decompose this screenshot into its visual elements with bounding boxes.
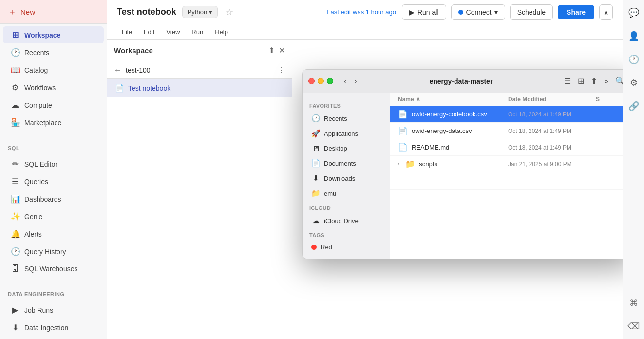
fp-folder-icon: 📁 [405,159,415,169]
menu-help[interactable]: Help [210,26,233,38]
right-terminal-icon[interactable]: ⌫ [625,318,643,335]
fp-file-date-2: Oct 18, 2024 at 1:49 PM [508,128,596,134]
fp-favorites-label: Favorites [303,99,390,111]
fp-forward-button[interactable]: › [351,76,360,87]
workspace-file-name: Test notebook [128,84,170,92]
fp-sidebar-emu[interactable]: 📁 emu [304,186,388,201]
topbar-chevron-icon: ∧ [604,8,608,16]
fp-downloads-label: Downloads [324,175,355,182]
fp-empty-row [390,207,623,225]
sidebar-item-data-ingestion[interactable]: ⬇ Data Ingestion [3,319,104,336]
connect-button[interactable]: Connect ▾ [451,4,505,20]
fp-file-name-2: 📄 owid-energy-data.csv [398,126,508,135]
fp-share-icon[interactable]: ⬆ [589,75,599,88]
new-button[interactable]: ＋ New [0,0,107,24]
fp-search-icon[interactable]: 🔍 [613,75,623,88]
fp-empty-row [390,172,623,190]
fp-sidebar-documents[interactable]: 📄 Documents [304,156,388,170]
schedule-label: Schedule [517,8,546,16]
menu-edit[interactable]: Edit [139,26,159,38]
workspace-close-icon[interactable]: ✕ [279,46,285,55]
fp-icloud-drive-icon: ☁ [311,216,320,225]
fp-sidebar-applications[interactable]: 🚀 Applications [304,126,388,141]
menu-view[interactable]: View [161,26,185,38]
connect-status-dot [458,10,463,15]
sidebar-item-query-history[interactable]: 🕐 Query History [3,243,104,260]
fp-file-date-3: Oct 18, 2024 at 1:49 PM [508,144,596,151]
topbar: Test notebook Python ▾ ☆ Last edit was 1… [107,0,623,24]
menu-run[interactable]: Run [187,26,208,38]
right-history-icon[interactable]: 🕐 [625,51,643,68]
fp-folder-expand-icon: › [398,161,399,167]
fp-sidebar-downloads[interactable]: ⬇ Downloads [304,171,388,186]
topbar-more-button[interactable]: ∧ [599,4,613,20]
run-all-button[interactable]: ▶ Run all [402,4,446,20]
sidebar-item-sql-editor[interactable]: ✏ SQL Editor [3,155,104,172]
fp-file-date-4: Jan 21, 2025 at 9:00 PM [508,161,596,168]
menu-file[interactable]: File [117,26,137,38]
fp-view-options-icon[interactable]: ☰ [562,75,573,88]
fp-file-row[interactable]: 📄 owid-energy-codebook.csv Oct 18, 2024 … [390,106,623,123]
right-keyboard-icon[interactable]: ⌘ [625,294,643,312]
fp-sidebar-tag-red[interactable]: Red [304,241,388,254]
sidebar-item-alerts[interactable]: 🔔 Alerts [3,226,104,243]
fp-recents-label: Recents [324,115,347,122]
fp-file-name-3: 📄 README.md [398,143,508,152]
sidebar-item-workflows[interactable]: ⚙ Workflows [3,79,104,96]
fp-toolbar-icons: ☰ ⊞ ⬆ » 🔍 [562,75,623,88]
workspace-upload-icon[interactable]: ⬆ [268,46,275,55]
fp-downloads-icon: ⬇ [311,174,320,183]
sidebar-item-sql-warehouses[interactable]: 🗄 SQL Warehouses [3,261,104,277]
sidebar-item-catalog[interactable]: 📖 Catalog [3,61,104,78]
sql-editor-icon: ✏ [11,159,19,169]
workspace-file-item[interactable]: 📄 Test notebook [107,79,292,97]
sidebar-sql-section: ✏ SQL Editor ☰ Queries 📊 Dashboards ✨ Ge… [0,153,107,280]
fp-applications-label: Applications [324,130,358,137]
run-icon: ▶ [409,8,415,16]
fp-sidebar-icloud-drive[interactable]: ☁ iCloud Drive [304,213,388,228]
fp-close-button[interactable] [308,78,315,84]
sidebar-item-recents[interactable]: 🕐 Recents [3,44,104,61]
sidebar-item-genie[interactable]: ✨ Genie [3,208,104,225]
fp-sidebar-desktop[interactable]: 🖥 Desktop [304,141,388,155]
catalog-icon: 📖 [11,65,19,75]
sidebar-item-dashboards[interactable]: 📊 Dashboards [3,190,104,207]
fp-more-icon[interactable]: » [602,75,610,88]
sidebar-item-queries[interactable]: ☰ Queries [3,173,104,190]
sidebar-item-catalog-label: Catalog [24,66,48,74]
fp-sidebar-recents[interactable]: 🕐 Recents [304,111,388,126]
right-chat-icon[interactable]: 💬 [625,4,643,21]
fp-icloud-drive-label: iCloud Drive [324,217,359,225]
sidebar-item-sql-warehouses-label: SQL Warehouses [24,265,77,273]
fp-file-row[interactable]: 📄 README.md Oct 18, 2024 at 1:49 PM [390,139,623,156]
sidebar-item-job-runs[interactable]: ▶ Job Runs [3,301,104,319]
fp-file-name-4: › 📁 scripts [398,159,508,169]
sidebar-item-job-runs-label: Job Runs [24,306,53,314]
fp-view-toggle-icon[interactable]: ⊞ [576,75,586,88]
share-button[interactable]: Share [558,5,594,19]
workspace-back-icon[interactable]: ← [114,66,122,75]
sidebar-item-workspace[interactable]: ⊞ Workspace [3,26,104,43]
right-user-icon[interactable]: 👤 [625,27,643,45]
fp-file-row[interactable]: 📄 owid-energy-data.csv Oct 18, 2024 at 1… [390,123,623,139]
right-link-icon[interactable]: 🔗 [625,97,643,115]
workspace-more-icon[interactable]: ⋮ [277,65,285,75]
fp-maximize-button[interactable] [327,78,333,84]
sidebar-item-marketplace-label: Marketplace [24,119,61,127]
sidebar-item-compute[interactable]: ☁ Compute [3,96,104,113]
fp-emu-icon: 📁 [311,189,320,198]
fp-file-row[interactable]: › 📁 scripts Jan 21, 2025 at 9:00 PM [390,156,623,172]
language-selector[interactable]: Python ▾ [182,6,218,18]
marketplace-icon: 🏪 [11,118,19,127]
favorite-star-icon[interactable]: ☆ [226,7,233,18]
fp-col-name-label: Name [398,96,414,103]
fp-minimize-button[interactable] [318,78,324,84]
sidebar-item-pipelines[interactable]: ↔ Pipelines [3,337,104,339]
schedule-button[interactable]: Schedule [510,4,553,20]
plus-icon: ＋ [8,6,17,18]
menubar: File Edit View Run Help [107,24,623,40]
right-settings-icon[interactable]: ⚙ [625,74,643,92]
sidebar-item-marketplace[interactable]: 🏪 Marketplace [3,114,104,131]
fp-back-button[interactable]: ‹ [341,76,349,87]
share-label: Share [567,8,586,16]
